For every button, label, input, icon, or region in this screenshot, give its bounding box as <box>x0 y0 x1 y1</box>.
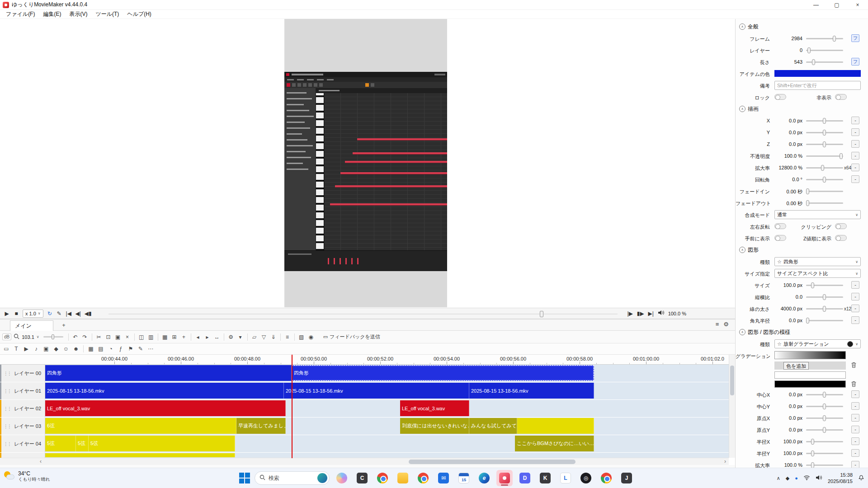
draw-seek-button[interactable]: ✎ <box>56 310 62 317</box>
taskbar-clock[interactable]: 15:38 2025/08/15 <box>828 472 853 484</box>
aspect-ratio-value[interactable]: 0.0 <box>771 294 802 300</box>
radius-x-value[interactable]: 100.0 px <box>771 439 802 444</box>
scroll-right-icon[interactable]: › <box>724 458 726 465</box>
opacity-value[interactable]: 100.0 % <box>771 153 802 159</box>
add-effect-item[interactable]: ƒ <box>117 345 124 353</box>
size-slider[interactable] <box>806 285 843 286</box>
delete-button[interactable]: × <box>124 333 131 341</box>
app-chrome-3[interactable] <box>598 470 614 486</box>
blend-mode-dropdown[interactable]: 通常∨ <box>774 210 861 219</box>
app-discord[interactable]: D <box>517 470 533 486</box>
zoom-caret-icon[interactable]: ∨ <box>37 335 39 339</box>
timeline-settings-button[interactable]: ⚙ <box>227 333 235 341</box>
slider-handle[interactable] <box>823 404 826 409</box>
pos-x-value[interactable]: 0.0 px <box>771 118 802 123</box>
add-flag-item[interactable]: ⚑ <box>127 345 134 353</box>
slider-handle[interactable] <box>806 318 809 324</box>
section-header[interactable]: ∧図形 <box>736 244 868 256</box>
timeline-clip[interactable]: LE_off vocal_3.wav <box>400 400 469 416</box>
pos-x-slider[interactable] <box>806 120 843 122</box>
hidden-toggle[interactable] <box>835 94 847 100</box>
time-ruler[interactable]: 00:00:44.0000:00:46.0000:00:48.0000:00:5… <box>0 355 729 365</box>
zoom-slider-handle[interactable] <box>52 334 54 339</box>
origin-x-slider[interactable] <box>806 418 843 419</box>
speed-dropdown[interactable]: x 1.0 ∨ <box>23 310 43 318</box>
menu-file[interactable]: ファイル(F) <box>2 10 39 19</box>
section-header[interactable]: ∧図形 / 図形の模様 <box>736 326 868 338</box>
section-header[interactable]: ∧描画 <box>736 103 868 115</box>
rotation-decrement-button[interactable]: - <box>851 175 859 183</box>
timeline-clip[interactable]: 5弦 <box>45 436 76 451</box>
timeline-zoom-slider[interactable] <box>43 336 63 338</box>
layer-drag-handle[interactable]: ⋮⋮ <box>4 389 11 394</box>
horizontal-scroll-thumb[interactable] <box>409 460 576 464</box>
layer-drag-handle[interactable]: ⋮⋮ <box>4 424 11 429</box>
app-calendar[interactable]: 15 <box>456 470 472 486</box>
pos-z-decrement-button[interactable]: - <box>851 140 859 148</box>
open-button[interactable]: ▱ <box>251 333 258 341</box>
settings-caret-icon[interactable]: ▾ <box>237 333 244 341</box>
scroll-left-icon[interactable]: ‹ <box>40 458 42 465</box>
tray-app-1[interactable]: ◆ <box>786 475 789 481</box>
layer-drag-handle[interactable]: ⋮⋮ <box>4 406 11 411</box>
loop-button[interactable]: ↻ <box>47 310 53 317</box>
slider-handle[interactable] <box>823 294 826 300</box>
timeline-clip[interactable]: 四角形 <box>45 365 292 381</box>
add-voice-item[interactable]: ▭ <box>3 345 10 353</box>
frame-unit-button[interactable]: フ <box>851 34 859 42</box>
layer-track[interactable]: 5弦5弦5弦ここからBGMさびなのに…いい… <box>45 435 729 452</box>
menu-help[interactable]: ヘルプ(H) <box>123 10 156 19</box>
layer-track[interactable]: 6弦早速再生してみましょ到底僕には出せないきれいな…みんなも試してみて <box>45 418 729 435</box>
redo-button[interactable]: ↷ <box>81 333 89 341</box>
app-folder[interactable] <box>395 470 411 486</box>
scale-slider[interactable] <box>806 167 843 169</box>
slider-handle[interactable] <box>823 427 826 433</box>
opacity-slider[interactable] <box>806 155 843 157</box>
slider-handle[interactable] <box>811 282 814 288</box>
layer-track[interactable]: 2025-08-15 13-18-56.mkv2025-08-15 13-18-… <box>45 382 729 399</box>
timeline-zoom-value[interactable]: 103.1 <box>22 334 34 340</box>
collapse-icon[interactable]: ∧ <box>739 106 745 112</box>
app-edge[interactable]: e <box>476 470 492 486</box>
slider-handle[interactable] <box>823 392 826 398</box>
pattern-scale-slider[interactable] <box>806 465 843 466</box>
layer-header[interactable]: ⋮⋮レイヤー 00 <box>0 365 45 382</box>
add-tab-button[interactable]: + <box>60 321 68 329</box>
wifi-icon[interactable] <box>803 475 810 481</box>
add-time-item[interactable]: ◔ <box>107 345 114 353</box>
memo-input[interactable]: Shift+Enterで改行 <box>774 81 861 90</box>
menu-view[interactable]: 表示(V) <box>65 10 91 19</box>
line-width-value[interactable]: 4000.0 px <box>771 306 802 311</box>
size-decrement-button[interactable]: - <box>851 281 859 289</box>
pos-y-value[interactable]: 0.0 px <box>771 130 802 135</box>
start-button[interactable] <box>239 472 250 484</box>
slider-handle[interactable] <box>840 153 843 159</box>
record-button[interactable]: ◉ <box>307 333 315 341</box>
corner-radius-value[interactable]: 0.0 px <box>771 318 802 323</box>
split-button[interactable]: ◫ <box>138 333 145 341</box>
trash-icon[interactable] <box>849 380 858 388</box>
fade-out-value[interactable]: 0.00 秒 <box>771 200 802 207</box>
timeline-vertical-scrollbar[interactable] <box>729 355 735 458</box>
rotation-slider[interactable] <box>806 179 843 180</box>
timeline-clip[interactable]: 早速再生してみましょ <box>236 418 286 434</box>
pattern-type-dropdown[interactable]: ☆放射グラデーション∨ <box>774 339 861 348</box>
add-image-item[interactable]: ▣ <box>42 345 50 353</box>
save-button[interactable]: ▽ <box>260 333 268 341</box>
add-text-item[interactable]: T <box>13 345 20 353</box>
layer-slider[interactable] <box>806 50 843 51</box>
app-dark-1[interactable]: C <box>354 470 370 486</box>
timeline-horizontal-scrollbar[interactable]: ‹ › <box>0 458 729 465</box>
copy-button[interactable]: ⊡ <box>105 333 112 341</box>
capture-button[interactable]: ▧ <box>298 333 305 341</box>
seek-handle[interactable] <box>540 311 543 317</box>
tab-main[interactable]: メイン <box>10 320 53 331</box>
line-width-slider[interactable] <box>806 308 843 310</box>
menu-tools[interactable]: ツール(T) <box>91 10 123 19</box>
fade-out-slider[interactable] <box>806 202 843 204</box>
radius-x-slider[interactable] <box>806 441 843 442</box>
pos-y-slider[interactable] <box>806 132 843 133</box>
timeline-clip[interactable]: 2025-08-15 13-18-56.mkv <box>469 383 594 399</box>
timeline-clip[interactable]: 到底僕には出せないきれいな… <box>400 418 469 434</box>
radius-y-decrement-button[interactable]: - <box>851 449 859 457</box>
